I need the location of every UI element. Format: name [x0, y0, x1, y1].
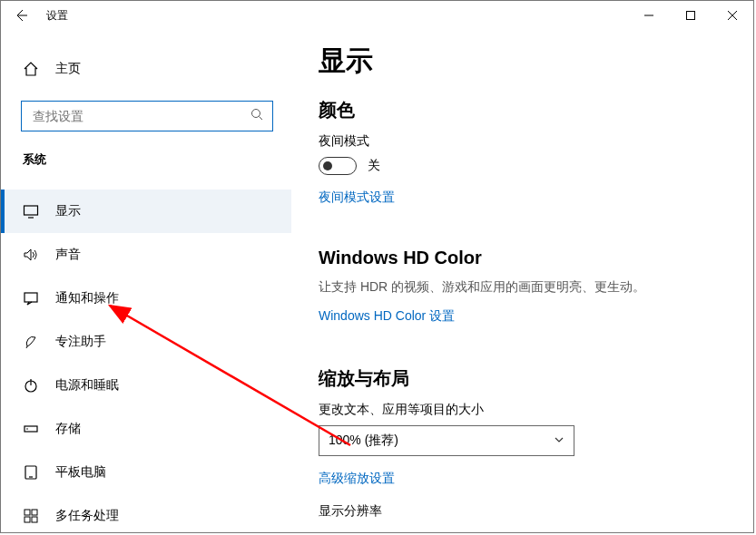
sidebar-item-label: 存储: [55, 421, 81, 437]
tablet-icon: [23, 464, 39, 481]
power-icon: [23, 377, 39, 394]
section-title-hdcolor: Windows HD Color: [319, 248, 753, 268]
scale-field-label: 更改文本、应用等项目的大小: [319, 402, 753, 418]
toggle-knob: [323, 161, 332, 170]
sidebar-item-label: 显示: [55, 203, 81, 219]
section-title-color: 颜色: [319, 98, 753, 122]
home-button[interactable]: 主页: [1, 52, 291, 86]
sidebar-item-sound[interactable]: 声音: [1, 233, 291, 277]
monitor-icon: [23, 203, 39, 219]
sidebar-item-label: 专注助手: [55, 334, 106, 350]
night-light-label: 夜间模式: [319, 133, 753, 150]
svg-rect-17: [25, 517, 30, 522]
search-icon: [250, 108, 263, 124]
svg-line-5: [260, 117, 263, 121]
svg-rect-11: [25, 426, 37, 432]
svg-point-4: [252, 110, 260, 118]
sidebar-item-label: 电源和睡眠: [55, 377, 119, 394]
sidebar-item-label: 平板电脑: [55, 464, 106, 481]
sidebar-item-tablet[interactable]: 平板电脑: [1, 451, 291, 494]
close-button[interactable]: [712, 1, 753, 30]
search-box[interactable]: [21, 101, 273, 131]
back-arrow-icon: [14, 8, 28, 23]
night-light-settings-link[interactable]: 夜间模式设置: [319, 190, 395, 206]
night-light-toggle[interactable]: [319, 157, 357, 175]
sidebar-item-display[interactable]: 显示: [1, 190, 291, 233]
svg-rect-18: [32, 517, 37, 522]
home-icon: [23, 61, 39, 77]
hdcolor-description: 让支持 HDR 的视频、游戏和应用的画面更明亮、更生动。: [319, 279, 753, 296]
svg-rect-15: [25, 510, 30, 515]
sidebar-item-multitasking[interactable]: 多任务处理: [1, 494, 291, 533]
svg-rect-6: [25, 206, 38, 215]
home-label: 主页: [55, 61, 81, 77]
maximize-button[interactable]: [670, 1, 712, 30]
minimize-icon: [644, 11, 653, 20]
advanced-scale-link[interactable]: 高级缩放设置: [319, 471, 395, 487]
maximize-icon: [686, 11, 695, 20]
close-icon: [728, 11, 737, 20]
nav-list: 显示 声音 通知和操作: [1, 190, 291, 533]
notification-icon: [23, 290, 39, 306]
focus-assist-icon: [23, 334, 39, 350]
scale-select[interactable]: 100% (推荐): [319, 425, 574, 456]
sidebar-item-focus-assist[interactable]: 专注助手: [1, 320, 291, 364]
sidebar-item-storage[interactable]: 存储: [1, 407, 291, 451]
main-content: 显示 颜色 夜间模式 关 夜间模式设置 Windows HD Color 让支持…: [291, 30, 753, 532]
sidebar-item-label: 多任务处理: [55, 508, 119, 524]
scale-selected-value: 100% (推荐): [329, 433, 398, 449]
night-light-state: 关: [368, 158, 380, 174]
svg-rect-1: [687, 12, 695, 20]
category-label: 系统: [1, 151, 291, 168]
search-input[interactable]: [31, 108, 250, 124]
section-title-scale: 缩放与布局: [319, 366, 753, 391]
title-bar: 设置: [1, 1, 753, 30]
svg-point-12: [26, 428, 28, 430]
sidebar-item-power[interactable]: 电源和睡眠: [1, 364, 291, 407]
sidebar-item-label: 通知和操作: [55, 290, 119, 306]
sidebar: 主页 系统 显示: [1, 30, 291, 532]
minimize-button[interactable]: [628, 1, 670, 30]
svg-rect-8: [25, 293, 37, 302]
sound-icon: [23, 247, 39, 263]
chevron-down-icon: [554, 433, 565, 448]
multitask-icon: [23, 508, 39, 524]
hdcolor-settings-link[interactable]: Windows HD Color 设置: [319, 308, 455, 325]
resolution-label-cut: 显示分辨率: [319, 503, 753, 520]
back-button[interactable]: [1, 1, 41, 30]
svg-rect-16: [32, 510, 37, 515]
sidebar-item-label: 声音: [55, 247, 81, 263]
sidebar-item-notifications[interactable]: 通知和操作: [1, 277, 291, 320]
window-title: 设置: [46, 8, 68, 24]
storage-icon: [23, 421, 39, 437]
page-title: 显示: [319, 43, 753, 80]
